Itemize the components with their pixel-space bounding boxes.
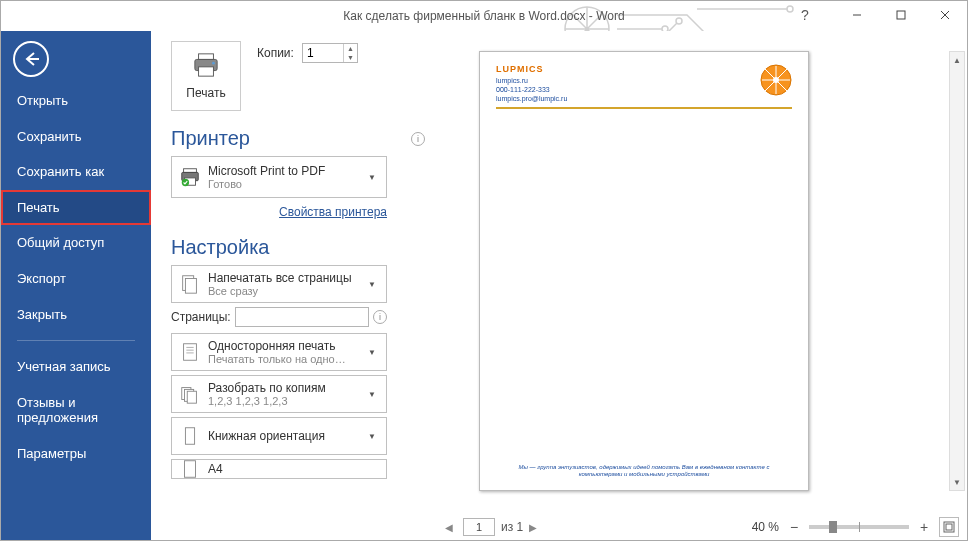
nav-separator: [17, 340, 135, 341]
settings-heading: Настройка: [171, 236, 431, 259]
scroll-up-icon[interactable]: ▲: [950, 52, 964, 68]
maximize-button[interactable]: [879, 1, 923, 29]
copies-label: Копии:: [257, 46, 294, 60]
sides-dropdown[interactable]: Односторонняя печать Печатать только на …: [171, 333, 387, 371]
letterhead-footer: Мы — группа энтузиастов, одержимых идеей…: [496, 464, 792, 478]
zoom-percent: 40 %: [752, 520, 779, 534]
paper-size-dropdown[interactable]: A4: [171, 459, 387, 479]
portrait-icon: [176, 425, 204, 447]
zoom-in-button[interactable]: +: [915, 518, 933, 536]
collate-dropdown[interactable]: Разобрать по копиям 1,2,3 1,2,3 1,2,3 ▼: [171, 375, 387, 413]
printer-info-icon[interactable]: i: [411, 132, 425, 146]
help-button[interactable]: ?: [785, 1, 825, 29]
svg-rect-19: [184, 344, 197, 361]
pages-label: Страницы:: [171, 310, 231, 324]
svg-point-12: [212, 62, 215, 65]
svg-rect-35: [946, 524, 952, 530]
printer-properties-link[interactable]: Свойства принтера: [279, 205, 387, 219]
printer-status: Готово: [208, 178, 368, 190]
main-area: Печать Копии: 1 ▲▼ Принтер i Microsoft P…: [151, 31, 967, 540]
back-button[interactable]: [13, 41, 49, 77]
print-button-label: Печать: [186, 86, 225, 100]
pages-info-icon[interactable]: i: [373, 310, 387, 324]
preview-status-bar: ◀ 1 из 1 ▶ 40 % − +: [431, 514, 967, 540]
nav-share[interactable]: Общий доступ: [1, 225, 151, 261]
nav-options[interactable]: Параметры: [1, 436, 151, 472]
chevron-down-icon: ▼: [368, 173, 382, 182]
brand-name: LUPMICS: [496, 64, 567, 76]
nav-open[interactable]: Открыть: [1, 83, 151, 119]
chevron-down-icon: ▼: [368, 390, 382, 399]
next-page-button[interactable]: ▶: [523, 517, 543, 537]
nav-export[interactable]: Экспорт: [1, 261, 151, 297]
svg-rect-13: [184, 169, 197, 173]
printer-status-icon: [176, 166, 204, 188]
svg-rect-26: [185, 428, 194, 445]
printer-dropdown[interactable]: Microsoft Print to PDF Готово ▼: [171, 156, 387, 198]
svg-rect-25: [187, 391, 196, 403]
fit-to-window-button[interactable]: [939, 517, 959, 537]
print-preview: LUPMICS lumpics.ru 000-111-222-333 lumpi…: [431, 31, 967, 540]
minimize-button[interactable]: [835, 1, 879, 29]
page-number-input[interactable]: 1: [463, 518, 495, 536]
pages-icon: [176, 273, 204, 295]
svg-rect-11: [199, 67, 214, 76]
zoom-slider[interactable]: [809, 525, 909, 529]
copies-input[interactable]: 1 ▲▼: [302, 43, 358, 63]
chevron-down-icon: ▼: [368, 432, 382, 441]
zoom-slider-knob[interactable]: [829, 521, 837, 533]
svg-rect-27: [185, 461, 196, 478]
window-title: Как сделать фирменный бланк в Word.docx …: [343, 9, 624, 23]
prev-page-button[interactable]: ◀: [439, 517, 459, 537]
title-bar: Как сделать фирменный бланк в Word.docx …: [1, 1, 967, 31]
scroll-down-icon[interactable]: ▼: [950, 474, 964, 490]
nav-save-as[interactable]: Сохранить как: [1, 154, 151, 190]
pages-input[interactable]: [235, 307, 369, 327]
copies-value: 1: [307, 46, 314, 60]
single-side-icon: [176, 341, 204, 363]
nav-feedback[interactable]: Отзывы и предложения: [1, 385, 151, 436]
chevron-down-icon: ▼: [368, 280, 382, 289]
paper-icon: [176, 459, 204, 479]
backstage-nav: Открыть Сохранить Сохранить как Печать О…: [1, 31, 151, 540]
print-range-dropdown[interactable]: Напечатать все страницы Все сразу ▼: [171, 265, 387, 303]
page-count-label: из 1: [501, 520, 523, 534]
nav-save[interactable]: Сохранить: [1, 119, 151, 155]
svg-point-33: [773, 77, 779, 83]
close-button[interactable]: [923, 1, 967, 29]
nav-close[interactable]: Закрыть: [1, 297, 151, 333]
preview-scrollbar[interactable]: ▲ ▼: [949, 51, 965, 491]
printer-icon: [191, 52, 221, 82]
chevron-down-icon: ▼: [368, 348, 382, 357]
collate-icon: [176, 383, 204, 405]
nav-account[interactable]: Учетная запись: [1, 349, 151, 385]
zoom-out-button[interactable]: −: [785, 518, 803, 536]
printer-heading: Принтер i: [171, 127, 431, 150]
orange-logo-icon: [760, 64, 792, 96]
orientation-dropdown[interactable]: Книжная ориентация ▼: [171, 417, 387, 455]
copies-spinner[interactable]: ▲▼: [343, 44, 357, 62]
svg-rect-6: [897, 11, 905, 19]
svg-point-4: [676, 18, 682, 24]
printer-name: Microsoft Print to PDF: [208, 164, 368, 178]
print-button[interactable]: Печать: [171, 41, 241, 111]
svg-rect-9: [199, 54, 214, 60]
svg-rect-18: [185, 279, 196, 294]
page-preview: LUPMICS lumpics.ru 000-111-222-333 lumpi…: [479, 51, 809, 491]
letterhead: LUPMICS lumpics.ru 000-111-222-333 lumpi…: [496, 64, 792, 109]
print-settings-column: Печать Копии: 1 ▲▼ Принтер i Microsoft P…: [151, 31, 431, 540]
nav-print[interactable]: Печать: [1, 190, 151, 226]
